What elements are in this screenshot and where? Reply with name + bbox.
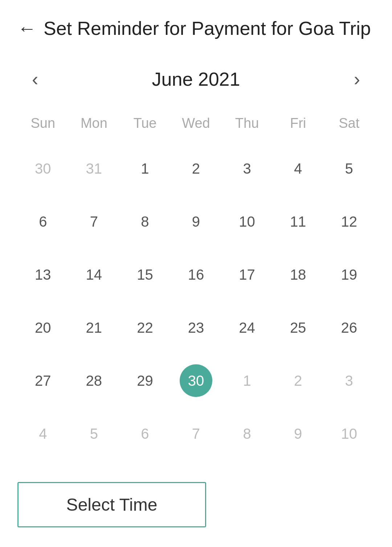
calendar-day[interactable]: 23: [171, 301, 222, 354]
calendar-day[interactable]: 14: [69, 248, 120, 301]
day-header-thu: Thu: [221, 108, 273, 142]
select-time-section: Select Time: [0, 467, 392, 547]
calendar-day[interactable]: 5: [69, 407, 120, 460]
calendar-day[interactable]: 19: [323, 248, 375, 301]
calendar-day[interactable]: 30: [171, 354, 222, 407]
calendar-day[interactable]: 18: [273, 248, 324, 301]
calendar-day[interactable]: 8: [221, 407, 273, 460]
day-header-fri: Fri: [273, 108, 324, 142]
calendar-day[interactable]: 26: [323, 301, 375, 354]
calendar-day[interactable]: 3: [221, 142, 273, 195]
calendar-day[interactable]: 9: [171, 195, 222, 248]
month-navigation: ‹ June 2021 ›: [17, 54, 375, 105]
select-time-button[interactable]: Select Time: [17, 482, 206, 527]
calendar-day[interactable]: 22: [119, 301, 171, 354]
calendar-day[interactable]: 30: [17, 142, 69, 195]
calendar-day[interactable]: 10: [221, 195, 273, 248]
calendar-day[interactable]: 1: [221, 354, 273, 407]
calendar-grid: Sun Mon Tue Wed Thu Fri Sat: [17, 108, 375, 142]
calendar-day[interactable]: 1: [119, 142, 171, 195]
calendar-day[interactable]: 11: [273, 195, 324, 248]
month-year-label: June 2021: [152, 68, 240, 90]
calendar-day[interactable]: 10: [323, 407, 375, 460]
page-title: Set Reminder for Payment for Goa Trip: [44, 17, 371, 39]
day-header-sat: Sat: [323, 108, 375, 142]
calendar-day[interactable]: 9: [273, 407, 324, 460]
calendar-day[interactable]: 6: [119, 407, 171, 460]
calendar-day[interactable]: 4: [273, 142, 324, 195]
calendar-day[interactable]: 28: [69, 354, 120, 407]
calendar-day[interactable]: 21: [69, 301, 120, 354]
calendar-day[interactable]: 2: [171, 142, 222, 195]
day-header-mon: Mon: [69, 108, 120, 142]
calendar-day[interactable]: 7: [69, 195, 120, 248]
calendar-day[interactable]: 29: [119, 354, 171, 407]
page-header: ← Set Reminder for Payment for Goa Trip: [0, 0, 392, 46]
calendar-day[interactable]: 15: [119, 248, 171, 301]
day-header-wed: Wed: [171, 108, 222, 142]
calendar: ‹ June 2021 › Sun Mon Tue Wed Thu Fri Sa…: [0, 46, 392, 467]
calendar-day[interactable]: 2: [273, 354, 324, 407]
calendar-day[interactable]: 3: [323, 354, 375, 407]
day-header-sun: Sun: [17, 108, 69, 142]
calendar-day[interactable]: 7: [171, 407, 222, 460]
next-month-button[interactable]: ›: [347, 65, 367, 94]
calendar-day[interactable]: 27: [17, 354, 69, 407]
calendar-day[interactable]: 8: [119, 195, 171, 248]
calendar-day[interactable]: 13: [17, 248, 69, 301]
day-header-tue: Tue: [119, 108, 171, 142]
calendar-day[interactable]: 31: [69, 142, 120, 195]
calendar-day[interactable]: 5: [323, 142, 375, 195]
calendar-day[interactable]: 12: [323, 195, 375, 248]
calendar-days: 3031123456789101112131415161718192021222…: [17, 142, 375, 460]
calendar-day[interactable]: 4: [17, 407, 69, 460]
prev-month-button[interactable]: ‹: [25, 65, 45, 94]
calendar-day[interactable]: 6: [17, 195, 69, 248]
calendar-day[interactable]: 16: [171, 248, 222, 301]
calendar-day[interactable]: 17: [221, 248, 273, 301]
calendar-day[interactable]: 20: [17, 301, 69, 354]
calendar-day[interactable]: 25: [273, 301, 324, 354]
back-button[interactable]: ←: [17, 19, 36, 38]
calendar-day[interactable]: 24: [221, 301, 273, 354]
